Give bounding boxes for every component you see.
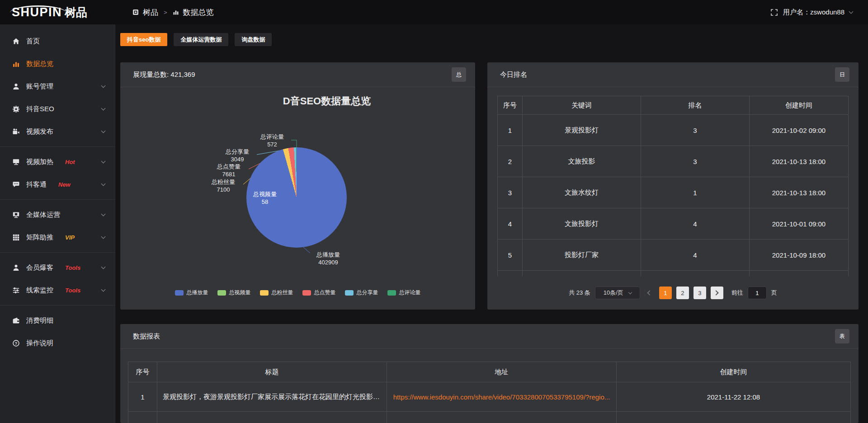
legend-marker (302, 290, 311, 296)
cell-video-link[interactable]: https://www.iesdouyin.com/share/video/70… (387, 382, 617, 412)
page-button-3[interactable]: 3 (693, 287, 706, 299)
cell-time: 2021-11-22 12:08 (617, 382, 851, 412)
legend-item-videos[interactable]: 总视频量 (217, 289, 251, 296)
table-row: 3 文旅水纹灯 1 2021-10-13 18:00 (498, 177, 849, 208)
cell-time: 2021-10-13 18:00 (750, 177, 849, 208)
cell-rank: 3 (641, 146, 750, 177)
report-panel-title: 数据报表 (133, 332, 160, 341)
sidebar-item-label: 操作说明 (26, 339, 53, 348)
cell-keyword: 文旅水纹灯 (523, 177, 641, 208)
sidebar-item-omnimedia[interactable]: 全媒体运营 (0, 203, 115, 226)
prev-page-button[interactable] (645, 287, 655, 299)
tab-omnimedia-data[interactable]: 全媒体运营数据 (174, 33, 228, 46)
screen-icon (12, 158, 20, 166)
table-header-row: 序号 关键词 排名 创建时间 (498, 96, 849, 115)
sidebar-item-home[interactable]: 首页 (0, 30, 115, 52)
cell-keyword: 文旅投影灯 (523, 208, 641, 240)
page-button-2[interactable]: 2 (676, 287, 689, 299)
page-button-1[interactable]: 1 (659, 287, 672, 299)
pagination-total: 共 23 条 (569, 289, 590, 297)
page-size-value: 10条/页 (604, 289, 623, 297)
sidebar-item-video-publish[interactable]: 视频发布 (0, 120, 115, 143)
ranking-panel: 今日排名 日 序号 关键词 排名 创建时间 1 景观投影灯 (487, 62, 859, 310)
sidebar-item-video-heat[interactable]: 视频加热 Hot (0, 150, 115, 173)
sidebar-item-label: 全媒体运营 (26, 211, 60, 219)
username-label[interactable]: 用户名：zswodun88 (783, 8, 844, 17)
sidebar-item-label: 首页 (26, 37, 40, 46)
impressions-panel: 展现量总数: 421,369 总 D音SEO数据量总览 总评论量572 总分享量… (120, 62, 475, 310)
cell-rank: 4 (641, 240, 750, 271)
col-header-keyword: 关键词 (523, 96, 641, 115)
pie-label-videos: 总视频量58 (248, 190, 282, 206)
next-page-button[interactable] (711, 287, 723, 299)
sidebar-item-member-burst[interactable]: 会员爆客 Tools (0, 256, 115, 279)
pie-label-plays: 总播放量402909 (307, 251, 349, 266)
sidebar-item-label: 抖客通 (26, 180, 47, 189)
daily-view-button[interactable]: 日 (835, 67, 849, 82)
total-view-button[interactable]: 总 (452, 67, 466, 82)
tools-badge: Tools (65, 287, 80, 294)
pie-chart[interactable]: D音SEO数据量总览 总评论量572 总分享量3049 总点赞量7681 总粉丝… (120, 87, 475, 310)
legend-marker (217, 290, 226, 296)
goto-unit: 页 (771, 289, 777, 297)
cell-no: 5 (498, 240, 523, 271)
chevron-down-icon (101, 212, 106, 216)
cell-time: 2021-10-02 09:00 (750, 115, 849, 146)
col-header-no: 序号 (498, 96, 523, 115)
legend-label: 总播放量 (187, 289, 208, 296)
tab-inquiry-data[interactable]: 询盘数据 (235, 33, 272, 46)
breadcrumb-separator: > (164, 9, 167, 16)
legend-item-shares[interactable]: 总分享量 (345, 289, 378, 296)
legend-item-fans[interactable]: 总粉丝量 (260, 289, 293, 296)
legend-label: 总分享量 (357, 289, 378, 296)
svg-text:?: ? (15, 340, 18, 345)
chevron-down-icon (101, 234, 106, 239)
table-view-button[interactable]: 表 (835, 329, 849, 343)
app-header: SHUPIN 树品 树品 > 数据总览 用户名：zswodun88 (0, 0, 868, 24)
ranking-panel-header: 今日排名 日 (487, 62, 859, 87)
tab-douyin-seo-data[interactable]: 抖音seo数据 (120, 33, 167, 46)
report-panel-header: 数据报表 表 (120, 324, 859, 349)
monitor-icon (12, 211, 20, 219)
fullscreen-icon[interactable] (770, 9, 778, 16)
chevron-down-icon (101, 83, 106, 88)
legend-item-plays[interactable]: 总播放量 (175, 289, 208, 296)
new-badge: New (58, 181, 71, 188)
header-user-area: 用户名：zswodun88 (770, 8, 868, 17)
cell-rank: 1 (641, 177, 750, 208)
chevron-left-icon (647, 290, 652, 295)
sidebar-item-douyin-seo[interactable]: 抖音SEO (0, 98, 115, 120)
sidebar-item-doukotong[interactable]: 抖客通 New (0, 173, 115, 196)
sidebar-item-instructions[interactable]: ? 操作说明 (0, 332, 115, 354)
sidebar-item-label: 视频发布 (26, 127, 53, 136)
goto-page-input[interactable] (748, 287, 767, 299)
breadcrumb-root[interactable]: 树品 (143, 7, 158, 18)
page-size-select[interactable]: 10条/页 (595, 287, 640, 299)
table-row: 1 景观投影灯 3 2021-10-02 09:00 (498, 115, 849, 146)
sidebar-item-label: 会员爆客 (26, 263, 53, 272)
sidebar-item-lead-monitor[interactable]: 线索监控 Tools (0, 279, 115, 301)
col-header-time: 创建时间 (617, 362, 851, 382)
sidebar-item-consumption[interactable]: 消费明细 (0, 309, 115, 332)
cell-no: 1 (498, 115, 523, 146)
app-logo[interactable]: SHUPIN 树品 (0, 5, 115, 20)
cell-time: 2021-10-01 09:00 (750, 208, 849, 240)
cell-no: 3 (498, 177, 523, 208)
cell-keyword: 投影灯厂家 (523, 240, 641, 271)
legend-item-likes[interactable]: 总点赞量 (302, 289, 336, 296)
sidebar-item-data-overview[interactable]: 数据总览 (0, 52, 115, 75)
legend-label: 总评论量 (399, 289, 421, 296)
col-header-url: 地址 (387, 362, 617, 382)
chevron-down-icon (628, 290, 632, 294)
cell-time: 2021-10-13 18:00 (750, 146, 849, 177)
chevron-down-icon (849, 9, 854, 14)
legend-item-comments[interactable]: 总评论量 (387, 289, 421, 296)
ranking-panel-title: 今日排名 (500, 70, 527, 79)
cell-no: 1 (128, 382, 157, 412)
sidebar-item-matrix-boost[interactable]: 矩阵助推 VIP (0, 226, 115, 249)
legend-marker (175, 290, 184, 296)
chevron-down-icon (101, 181, 106, 186)
sidebar-item-account[interactable]: 账号管理 (0, 75, 115, 98)
sidebar-item-label: 账号管理 (26, 82, 53, 91)
impressions-panel-header: 展现量总数: 421,369 总 (120, 62, 475, 87)
